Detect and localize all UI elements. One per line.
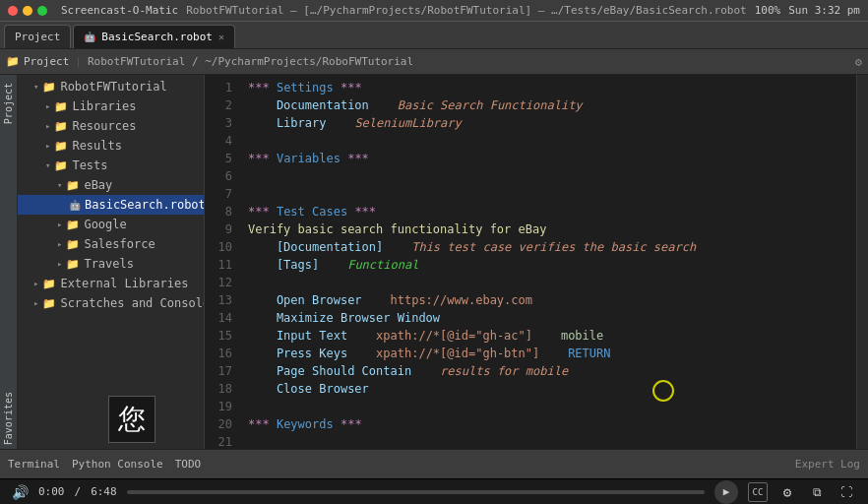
code-line-10: [Documentation] This test case verifies …: [248, 238, 848, 256]
sidebar-item-external-libs[interactable]: ▸ 📁 External Libraries: [18, 274, 204, 293]
system-top-bar: Screencast-O-Matic RobotFWTutorial – […/…: [0, 0, 868, 22]
sidebar-label-resources: Resources: [72, 119, 136, 133]
minimize-button[interactable]: [23, 6, 32, 16]
code-line-15: Input Text xpath://*[@id="gh-ac"] mobile: [248, 327, 848, 345]
expand-arrow-extlibs: ▸: [33, 279, 38, 288]
play-button[interactable]: ▶: [714, 480, 738, 504]
google-folder-icon: 📁: [66, 219, 80, 231]
expand-arrow-libs: ▸: [45, 101, 50, 111]
gear-icon[interactable]: ⚙: [855, 55, 862, 69]
sidebar-item-scratches[interactable]: ▸ 📁 Scratches and Consoles: [18, 293, 204, 313]
sidebar-label-libraries: Libraries: [72, 99, 136, 113]
video-time-total: 6:48: [91, 485, 117, 498]
code-line-21: [248, 433, 848, 449]
code-line-13: Open Browser https://www.ebay.com: [248, 291, 848, 309]
pip-button[interactable]: ⧉: [807, 482, 827, 502]
app-name-label: Screencast-O-Matic: [61, 4, 178, 17]
line-numbers: 12345 678910 1112131415 1617181920 21: [205, 75, 240, 449]
video-controls-bar: 🔊 0:00 / 6:48 ▶ CC ⚙ ⧉ ⛶: [0, 478, 868, 504]
code-line-6: [248, 167, 848, 185]
settings-video-button[interactable]: ⚙: [777, 482, 797, 502]
right-editor-strip: [856, 75, 868, 449]
basicsearch-file-icon: 🤖: [69, 200, 81, 211]
sidebar-label-extlibs: External Libraries: [60, 277, 188, 290]
sidebar-label-results: Results: [72, 139, 122, 153]
project-toolbar: 📁 Project | RobotFWTutorial / ~/PycharmP…: [0, 49, 868, 75]
project-folder-icon: 📁: [6, 55, 20, 68]
chinese-char-overlay: 您: [108, 396, 155, 443]
code-line-18: Close Browser: [248, 380, 848, 398]
code-line-17: Page Should Contain results for mobile: [248, 362, 848, 380]
volume-icon[interactable]: 🔊: [12, 484, 29, 500]
left-activity-bar: Project Favorites: [0, 75, 18, 449]
sidebar-item-tests[interactable]: ▾ 📁 Tests: [18, 156, 204, 175]
favorites-icon[interactable]: Favorites: [3, 392, 14, 445]
sidebar-item-results[interactable]: ▸ 📁 Results: [18, 136, 204, 156]
window-title: RobotFWTutorial – […/PycharmProjects/Rob…: [178, 4, 754, 17]
sidebar-item-basicsearch[interactable]: 🤖 BasicSearch.robot: [18, 195, 204, 215]
sidebar-item-ebay[interactable]: ▾ 📁 eBay: [18, 175, 204, 195]
bottom-panel: Terminal Python Console TODO Expert Log: [0, 449, 868, 478]
expand-arrow-travels: ▸: [57, 259, 62, 269]
tests-folder-icon: 📁: [54, 159, 68, 172]
toolbar-separator: |: [75, 55, 82, 68]
scratches-folder-icon: 📁: [42, 297, 56, 310]
code-editor[interactable]: 12345 678910 1112131415 1617181920 21 **…: [205, 75, 856, 449]
breadcrumb: RobotFWTutorial / ~/PycharmProjects/Robo…: [88, 55, 413, 68]
sidebar-label-tests: Tests: [72, 158, 107, 172]
code-line-7: [248, 185, 848, 203]
sidebar-item-travels[interactable]: ▸ 📁 Travels: [18, 254, 204, 274]
sidebar-label-salesforce: Salesforce: [84, 237, 155, 251]
expand-arrow-tests: ▾: [45, 160, 50, 170]
settings-kw: ***: [248, 79, 270, 96]
code-line-14: Maximize Browser Window: [248, 309, 848, 327]
sidebar-label-ebay: eBay: [84, 178, 112, 192]
sidebar-item-robottfwtutorial[interactable]: ▾ 📁 RobotFWTutorial: [18, 77, 204, 96]
tab-project-label: Project: [15, 31, 60, 43]
code-content[interactable]: *** Settings *** Documentation Basic Sea…: [240, 75, 856, 449]
python-console-tab[interactable]: Python Console: [72, 458, 163, 471]
code-line-8: *** Test Cases ***: [248, 203, 848, 220]
code-line-11: [Tags] Functional: [248, 256, 848, 274]
sidebar-label-robottfwtutorial: RobotFWTutorial: [60, 80, 166, 94]
video-time-sep: /: [75, 485, 82, 498]
caption-button[interactable]: CC: [748, 482, 768, 502]
travels-folder-icon: 📁: [66, 258, 80, 271]
tab-close-icon[interactable]: ✕: [218, 32, 224, 42]
ebay-folder-icon: 📁: [66, 179, 80, 192]
tab-basic-search[interactable]: 🤖 BasicSearch.robot ✕: [73, 25, 235, 48]
extlibs-folder-icon: 📁: [42, 278, 56, 290]
todo-tab[interactable]: TODO: [175, 458, 202, 471]
project-sidebar: ▾ 📁 RobotFWTutorial ▸ 📁 Libraries ▸ 📁 Re…: [18, 75, 205, 449]
expand-arrow: ▾: [33, 82, 38, 92]
code-line-9: Verify basic search functionality for eB…: [248, 220, 848, 238]
tab-file-icon: 🤖: [84, 32, 95, 42]
traffic-lights: [8, 6, 47, 16]
fullscreen-button[interactable]: [37, 6, 47, 16]
expert-log-label: Expert Log: [795, 458, 860, 471]
video-progress-bar[interactable]: [127, 490, 705, 494]
results-folder-icon: 📁: [54, 140, 68, 153]
close-button[interactable]: [8, 6, 18, 16]
expand-arrow-ebay: ▾: [57, 180, 62, 190]
sidebar-item-salesforce[interactable]: ▸ 📁 Salesforce: [18, 234, 204, 254]
expand-arrow-google: ▸: [57, 220, 62, 229]
resources-folder-icon: 📁: [54, 120, 68, 133]
expand-arrow-scratches: ▸: [33, 298, 38, 308]
sidebar-label-scratches: Scratches and Consoles: [60, 296, 205, 310]
project-toolbar-label: Project: [24, 55, 69, 68]
tab-bar: Project 🤖 BasicSearch.robot ✕: [0, 22, 868, 49]
sidebar-item-google[interactable]: ▸ 📁 Google: [18, 215, 204, 234]
system-status: 100% Sun 3:32 pm: [755, 4, 860, 17]
sidebar-item-resources[interactable]: ▸ 📁 Resources: [18, 116, 204, 136]
code-line-5: *** Variables ***: [248, 150, 848, 167]
project-tab-icon[interactable]: Project: [3, 83, 14, 124]
sidebar-item-libraries[interactable]: ▸ 📁 Libraries: [18, 96, 204, 116]
terminal-tab[interactable]: Terminal: [8, 458, 60, 471]
code-line-16: Press Keys xpath://*[@id="gh-btn"] RETUR…: [248, 345, 848, 362]
tab-project[interactable]: Project: [4, 25, 71, 48]
fullscreen-video-button[interactable]: ⛶: [837, 482, 856, 502]
tab-basic-search-label: BasicSearch.robot: [101, 31, 213, 43]
code-line-3: Library SeleniumLibrary: [248, 114, 848, 132]
expand-arrow-results: ▸: [45, 141, 50, 151]
